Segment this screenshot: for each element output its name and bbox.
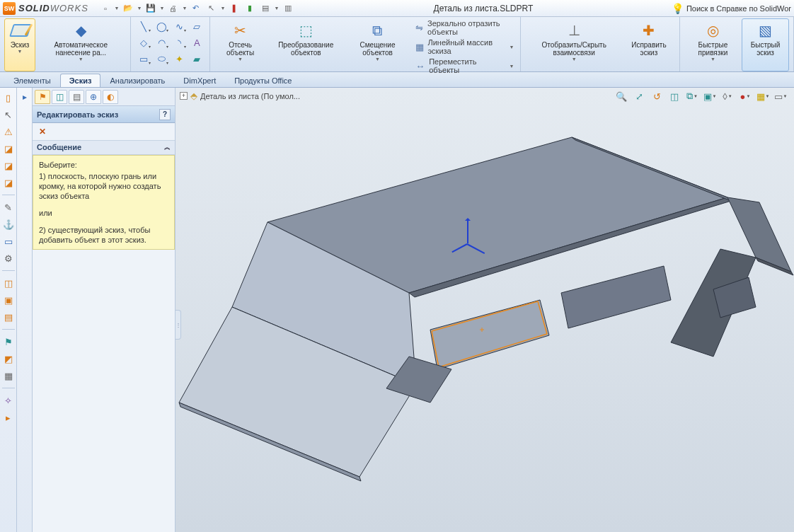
property-manager: ⚑◫▤⊕◐ Редактировать эскиз ? ✕ Сообщение …: [33, 88, 176, 532]
print-icon[interactable]: 🖨: [166, 1, 180, 16]
pattern-icon: ▦: [414, 42, 425, 52]
options-icon[interactable]: ▤: [258, 1, 272, 16]
separator: [2, 388, 15, 388]
mirror-button[interactable]: ⇋Зеркально отразить объекты: [412, 18, 516, 37]
help-search[interactable]: 💡 Поиск в Справке по SolidWor: [672, 3, 791, 14]
save-icon[interactable]: 💾: [144, 1, 158, 16]
tab-evaluate[interactable]: Анализировать: [100, 74, 174, 87]
pm-close-row: ✕: [33, 123, 175, 140]
plane-icon[interactable]: ▰: [188, 51, 205, 66]
help-icon[interactable]: ?: [159, 109, 171, 120]
trim-icon: ✂: [234, 21, 246, 40]
tab-features[interactable]: Элементы: [4, 74, 60, 87]
cube2-icon[interactable]: ▣: [1, 293, 16, 307]
cube-icon[interactable]: ◫: [1, 276, 16, 290]
repair-label: Исправить эскиз: [626, 41, 672, 57]
rapid-sketch-label: Быстрый эскиз: [745, 41, 786, 57]
pm-tab-sheet[interactable]: ▤: [69, 90, 84, 104]
relations-icon: ⊥: [568, 21, 580, 40]
trim-button[interactable]: ✂ Отсечь объекты ▼: [214, 18, 265, 71]
arc-icon[interactable]: ◠▾: [153, 35, 170, 50]
document-title: Деталь из листа.SLDPRT: [295, 4, 672, 13]
anchor-icon[interactable]: ⚓: [1, 217, 16, 231]
model-render: [176, 88, 794, 532]
pm-tab-draft[interactable]: ⊕: [86, 90, 101, 104]
dropdown-icon[interactable]: ▼: [274, 6, 280, 11]
tab-sketch[interactable]: Эскиз: [60, 74, 101, 87]
dropdown-icon[interactable]: ▼: [220, 6, 226, 11]
rebuild-icon[interactable]: ❚: [227, 1, 241, 16]
app-logo-icon: SW: [3, 2, 16, 15]
cube3-icon[interactable]: ▤: [1, 310, 16, 324]
sheet-icon[interactable]: ◪: [1, 141, 16, 156]
gear-icon[interactable]: ⚙: [1, 251, 16, 265]
pm-message: Выберите: 1) плоскость, плоскую грань ил…: [33, 155, 175, 250]
sheet2-icon[interactable]: ◪: [1, 158, 16, 173]
poly-icon[interactable]: ◇▾: [135, 35, 152, 50]
slot2-icon[interactable]: ▭: [1, 234, 16, 248]
undo-icon[interactable]: ↶: [189, 1, 203, 16]
ellipse-icon[interactable]: ⬭▾: [153, 51, 170, 66]
misc-icon[interactable]: ✧: [1, 393, 16, 407]
left-toolbar-2: ▸: [17, 88, 33, 532]
tab-dimxpert[interactable]: DimXpert: [174, 74, 225, 87]
repair-button[interactable]: ✚ Исправить эскиз: [623, 18, 675, 71]
misc2-icon[interactable]: ▸: [1, 410, 16, 424]
props-icon[interactable]: ▥: [281, 1, 295, 16]
move-button[interactable]: ↔Переместить объекты▼: [412, 57, 516, 75]
expand-icon[interactable]: ▸: [18, 91, 31, 103]
open-icon[interactable]: 📂: [121, 1, 135, 16]
select2-icon[interactable]: ↖: [1, 108, 16, 122]
pm-tab-tree[interactable]: ◫: [52, 90, 67, 104]
sheet3-icon[interactable]: ◪: [1, 175, 16, 190]
sketch-button[interactable]: Эскиз ▼: [4, 18, 35, 71]
warn-icon[interactable]: ⚠: [1, 125, 16, 139]
dimension-icon: ◆: [76, 21, 86, 40]
rapid-sketch-button[interactable]: ▧ Быстрый эскиз: [742, 18, 789, 71]
convert-label: Преобразование объектов: [270, 41, 343, 57]
curve-icon[interactable]: ✎: [1, 200, 16, 214]
dropdown-icon[interactable]: ▼: [137, 6, 142, 11]
help-search-label: Поиск в Справке по SolidWor: [686, 4, 791, 13]
filter-icon[interactable]: ▯: [1, 91, 16, 105]
snap-icon: ◎: [707, 21, 719, 40]
fillet-icon[interactable]: ◝▾: [171, 35, 188, 50]
viewport[interactable]: + ⬘ Деталь из листа (По умол... 🔍⤢↺◫⧉▼▣▼…: [176, 88, 794, 532]
offset-label: Смещение объектов: [350, 41, 406, 57]
close-icon[interactable]: ✕: [37, 126, 48, 137]
relations-button[interactable]: ⊥ Отобразить/Скрыть взаимосвязи ▼: [525, 18, 623, 71]
offset-button[interactable]: ⧉ Смещение объектов ▼: [346, 18, 410, 71]
flag3-icon[interactable]: ▦: [1, 369, 16, 383]
dropdown-icon[interactable]: ▼: [159, 6, 165, 11]
convert-button[interactable]: ⬚ Преобразование объектов: [266, 18, 346, 71]
tab-office[interactable]: Продукты Office: [225, 74, 301, 87]
offset-icon: ⧉: [372, 21, 382, 40]
line-icon[interactable]: ╲▾: [135, 18, 152, 34]
pm-tab-render[interactable]: ◐: [103, 90, 118, 104]
dropdown-icon[interactable]: ▼: [114, 6, 120, 11]
circle-icon[interactable]: ◯▾: [153, 18, 170, 34]
point-icon[interactable]: ✦: [171, 51, 188, 66]
quick-snaps-button[interactable]: ◎ Быстрые привязки ▼: [684, 18, 742, 71]
convert-icon: ⬚: [299, 21, 313, 40]
slot-icon[interactable]: ▭▾: [135, 51, 152, 66]
separator: [2, 329, 15, 330]
pm-section-header[interactable]: Сообщение ︽: [33, 140, 175, 155]
rect-icon[interactable]: ▱: [188, 18, 205, 34]
dropdown-icon[interactable]: ▼: [182, 6, 188, 11]
rebuild2-icon[interactable]: ▮: [243, 1, 257, 16]
chevron-up-icon: ︽: [164, 143, 171, 152]
text-icon[interactable]: A: [188, 35, 205, 50]
pm-tab-feature[interactable]: ⚑: [35, 90, 50, 104]
move-icon: ↔: [414, 61, 426, 71]
select-icon[interactable]: ↖: [205, 1, 219, 16]
spline-icon[interactable]: ∿▾: [171, 18, 188, 34]
main-area: ▯↖⚠◪◪◪✎⚓▭⚙◫▣▤⚑◩▦✧▸ ▸ ⚑◫▤⊕◐ Редактировать…: [0, 88, 794, 532]
separator: [2, 195, 15, 195]
linear-pattern-button[interactable]: ▦Линейный массив эскиза▼: [412, 37, 516, 56]
smart-dimension-button[interactable]: ◆ Автоматическое нанесение ра... ▼: [35, 18, 126, 71]
flag2-icon[interactable]: ◩: [1, 352, 16, 366]
rapid-icon: ▧: [759, 21, 772, 40]
new-icon[interactable]: ▫: [98, 1, 113, 16]
flag-icon[interactable]: ⚑: [1, 335, 16, 349]
